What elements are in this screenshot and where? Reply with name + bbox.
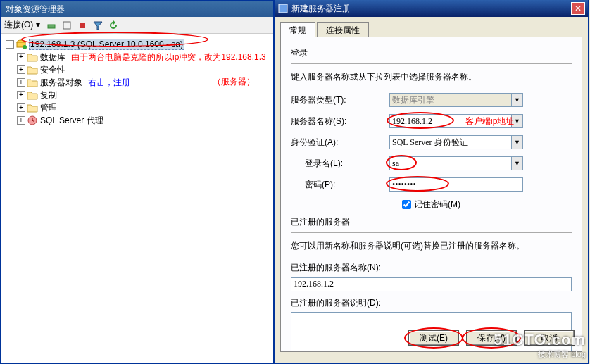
remember-password-checkbox[interactable]: [402, 200, 411, 209]
login-combo[interactable]: [389, 156, 523, 170]
dialog-title: 新建服务器注册: [291, 3, 351, 15]
tree-node[interactable]: + 复制: [3, 89, 272, 101]
folder-icon: [27, 52, 38, 62]
dialog-button-row: 测试(E) 保存(V) 取消: [408, 330, 575, 346]
tree-node-label: SQL Server 代理: [40, 115, 103, 127]
object-explorer-title: 对象资源管理器: [1, 1, 273, 17]
dialog-icon: [277, 3, 289, 14]
password-input[interactable]: [389, 177, 523, 192]
tree-node-label: 数据库: [40, 51, 65, 63]
divider: [291, 63, 572, 64]
annotation-ip-conflict: 由于两台电脑是克隆的所以ip冲突，改为192.168.1.3: [71, 51, 266, 63]
agent-icon: [27, 115, 38, 125]
tree-node[interactable]: + 管理: [3, 101, 272, 114]
connect-dropdown[interactable]: 连接(O) ▾: [4, 19, 40, 31]
divider: [291, 232, 572, 233]
annotation-client-ip: 客户端ip地址: [465, 115, 514, 127]
close-button[interactable]: ✕: [571, 2, 585, 15]
tree-node-label: 安全性: [40, 64, 65, 76]
svg-marker-3: [94, 22, 102, 30]
tree-root-label[interactable]: 192.168.1.3 (SQL Server 10.0.1600 - sa): [29, 39, 184, 50]
expand-icon[interactable]: +: [17, 53, 25, 61]
login-section-header: 登录: [291, 47, 572, 59]
label-auth: 身份验证(A):: [291, 137, 389, 149]
chevron-down-icon[interactable]: ▼: [511, 136, 522, 149]
tree-node-label: 服务器对象: [40, 77, 82, 89]
annotation-server: （服务器）: [213, 76, 255, 88]
label-remember: 记住密码(M): [414, 199, 460, 211]
save-button[interactable]: 保存(V): [466, 330, 517, 346]
auth-combo[interactable]: [389, 135, 523, 149]
folder-icon: [27, 77, 38, 87]
tab-bar: 常规 连接属性: [280, 21, 582, 37]
test-button[interactable]: 测试(E): [408, 330, 459, 346]
server-type-combo: [389, 93, 523, 107]
filter-icon[interactable]: [91, 18, 105, 32]
tree-root-row[interactable]: − 192.168.1.3 (SQL Server 10.0.1600 - sa…: [3, 38, 272, 51]
object-explorer-toolbar: 连接(O) ▾: [1, 17, 273, 34]
tree-node-label: 管理: [40, 102, 57, 114]
register-server-dialog: 新建服务器注册 ✕ 常规 连接属性 登录 键入服务器名称或从下拉列表中选择服务器…: [273, 0, 589, 364]
expand-icon[interactable]: +: [17, 116, 25, 125]
row-server-name: 服务器名称(S): ▼ 客户端ip地址: [291, 114, 572, 128]
expand-icon[interactable]: +: [17, 103, 25, 112]
server-icon: [15, 39, 27, 49]
svg-rect-0: [48, 25, 55, 28]
expand-icon[interactable]: +: [17, 78, 25, 87]
tab-panel-general: 登录 键入服务器名称或从下拉列表中选择服务器名称。 服务器类型(T): ▼ 服务…: [280, 37, 582, 352]
chevron-down-icon: ▼: [511, 94, 522, 106]
chevron-down-icon[interactable]: ▼: [511, 157, 522, 170]
label-reg-name: 已注册的服务器名称(N):: [291, 262, 572, 274]
label-login: 登录名(L):: [291, 158, 389, 170]
svg-rect-1: [63, 22, 70, 29]
tree-node-label: 复制: [40, 89, 57, 101]
expand-icon[interactable]: +: [17, 91, 25, 99]
registered-section-header: 已注册的服务器: [291, 216, 572, 228]
tree-node[interactable]: + 服务器对象 右击，注册 （服务器）: [3, 76, 272, 89]
registered-description: 您可以用新名称和服务器说明(可选)替换已注册的服务器名称。: [291, 240, 572, 252]
reg-name-input[interactable]: [291, 277, 572, 291]
label-reg-desc: 已注册的服务器说明(D):: [291, 297, 572, 309]
svg-rect-8: [279, 4, 287, 13]
dialog-titlebar[interactable]: 新建服务器注册 ✕: [275, 0, 588, 17]
label-server-name: 服务器名称(S):: [291, 115, 389, 127]
tree-node[interactable]: + 安全性: [3, 63, 272, 76]
annotation-right-click: 右击，注册: [88, 77, 130, 89]
folder-icon: [27, 65, 38, 75]
cancel-button[interactable]: 取消: [524, 330, 575, 346]
row-login: 登录名(L): ▼: [291, 156, 572, 170]
tab-general[interactable]: 常规: [280, 22, 315, 37]
row-remember: 记住密码(M): [402, 199, 572, 211]
tree-view[interactable]: − 192.168.1.3 (SQL Server 10.0.1600 - sa…: [1, 34, 273, 131]
connect-icon[interactable]: [44, 18, 58, 32]
row-password: 密码(P):: [291, 177, 572, 192]
svg-rect-2: [80, 23, 85, 28]
svg-point-6: [23, 45, 27, 49]
expand-icon[interactable]: +: [17, 65, 25, 74]
folder-icon: [27, 90, 38, 100]
label-server-type: 服务器类型(T):: [291, 94, 389, 106]
stop-icon[interactable]: [75, 18, 89, 32]
label-password: 密码(P):: [291, 179, 389, 191]
dialog-body: 常规 连接属性 登录 键入服务器名称或从下拉列表中选择服务器名称。 服务器类型(…: [275, 17, 588, 355]
tab-connection-props[interactable]: 连接属性: [317, 22, 369, 37]
tree-node[interactable]: + SQL Server 代理: [3, 114, 272, 127]
login-description: 键入服务器名称或从下拉列表中选择服务器名称。: [291, 71, 572, 83]
row-auth: 身份验证(A): ▼: [291, 135, 572, 149]
row-server-type: 服务器类型(T): ▼: [291, 93, 572, 107]
tree-node[interactable]: + 数据库 由于两台电脑是克隆的所以ip冲突，改为192.168.1.3: [3, 51, 272, 63]
refresh-icon[interactable]: [106, 18, 120, 32]
collapse-icon[interactable]: −: [6, 40, 14, 49]
disconnect-icon[interactable]: [60, 18, 74, 32]
object-explorer-window: 对象资源管理器 连接(O) ▾ − 192.168.1.3 (SQL Serve…: [0, 0, 275, 364]
folder-icon: [27, 103, 38, 113]
